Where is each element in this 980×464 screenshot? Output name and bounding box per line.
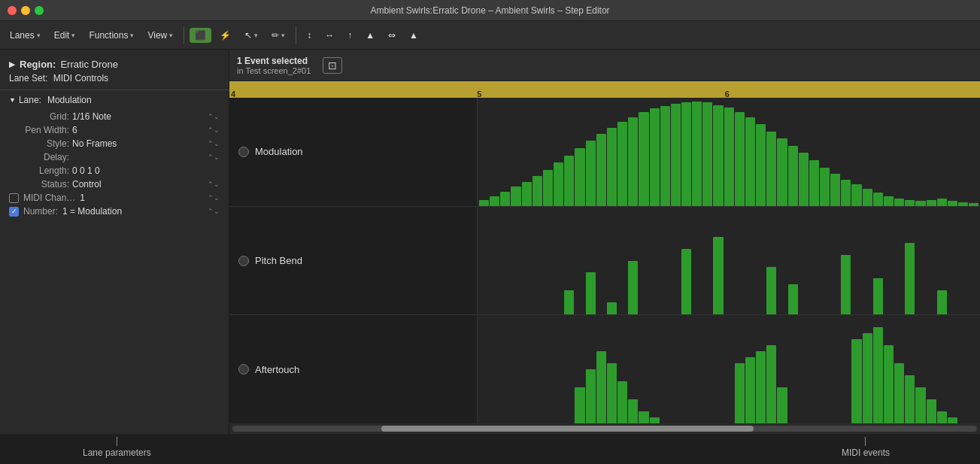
scrollbar-thumb[interactable] [381, 426, 754, 432]
grid-stepper[interactable]: ⌃⌄ [208, 113, 220, 120]
divider-1 [0, 89, 229, 90]
bar [607, 363, 617, 423]
bar [948, 201, 957, 205]
scrollbar-track[interactable] [232, 426, 977, 432]
scrollbar-area [229, 423, 980, 434]
pen-width-value: 6 [72, 125, 205, 135]
lane-label-modulation: Modulation [229, 98, 477, 207]
separator-2 [296, 27, 296, 44]
pitch-bend-radio[interactable] [238, 256, 249, 266]
number-checkbox[interactable]: ✓ [9, 207, 19, 217]
bar [777, 138, 787, 205]
bar [713, 105, 723, 206]
resize-horizontal-button[interactable]: ↔ [320, 28, 339, 43]
bar [905, 243, 915, 315]
aftertouch-label: Aftertouch [255, 364, 299, 375]
style-stepper[interactable]: ⌃⌄ [208, 140, 220, 147]
status-value: Control [72, 179, 205, 190]
nudge-up-button[interactable]: ↑ [342, 28, 357, 43]
bar [660, 106, 670, 205]
main-container: Lanes ▾ Edit ▾ Functions ▾ View ▾ ⬛ ⚡ ↖ … [0, 21, 980, 464]
bar [745, 357, 755, 423]
bar [702, 102, 712, 205]
number-stepper[interactable]: ⌃⌄ [208, 208, 220, 215]
midi-chan-checkbox[interactable] [9, 193, 19, 203]
bar [756, 124, 766, 206]
window-title: Ambient Swirls:Erratic Drone – Ambient S… [370, 5, 609, 16]
midi-chan-stepper[interactable]: ⌃⌄ [208, 194, 220, 202]
maximize-button[interactable] [35, 6, 44, 15]
triangle2-icon-btn[interactable]: ▲ [404, 28, 423, 43]
separator-1 [184, 27, 184, 44]
functions-chevron-icon: ▾ [130, 32, 134, 39]
delay-stepper[interactable]: ⌃⌄ [208, 153, 220, 161]
bar [543, 170, 553, 206]
minimize-button[interactable] [21, 6, 30, 15]
modulation-radio[interactable] [238, 147, 249, 157]
timeline-header[interactable]: 4 5 6 [229, 81, 980, 98]
status-stepper[interactable]: ⌃⌄ [208, 180, 220, 188]
bar [586, 141, 596, 205]
bar [969, 203, 978, 205]
bar [841, 180, 851, 206]
bar [948, 417, 957, 423]
bar [564, 156, 574, 206]
pencil-icon: ✏ [272, 30, 279, 41]
bar [873, 327, 883, 423]
view-menu[interactable]: View ▾ [142, 28, 178, 43]
lane-triangle-icon: ▼ [9, 96, 16, 104]
functions-menu[interactable]: Functions ▾ [83, 28, 139, 43]
lanes-area: Modulation Pitch Bend Aftertouch [229, 98, 980, 423]
envelope-button[interactable]: ⊡ [323, 57, 342, 74]
pen-width-stepper[interactable]: ⌃⌄ [208, 126, 220, 134]
paint-mode-button[interactable]: ⬛ [190, 28, 211, 43]
bar [884, 196, 894, 206]
midi-events-annotation: MIDI events [842, 437, 890, 458]
snap-icon: ⚡ [220, 30, 231, 41]
bar [607, 302, 617, 314]
snap-button[interactable]: ⚡ [214, 28, 236, 43]
lane-row: ▼ Lane: Modulation [0, 93, 229, 110]
bar [766, 132, 776, 206]
bar [554, 162, 563, 205]
aftertouch-lane [478, 315, 980, 423]
aftertouch-radio[interactable] [238, 364, 249, 375]
bar [937, 290, 947, 314]
toolbar: Lanes ▾ Edit ▾ Functions ▾ View ▾ ⬛ ⚡ ↖ … [0, 21, 980, 50]
triangle-icon-btn[interactable]: ▲ [360, 28, 380, 43]
grid-row: Grid: 1/16 Note ⌃⌄ [0, 110, 229, 123]
bar [894, 363, 904, 423]
status-row: Status: Control ⌃⌄ [0, 177, 229, 191]
bar [766, 267, 776, 315]
modulation-lane [478, 98, 980, 207]
resize-vertical-button[interactable]: ↕ [302, 28, 317, 43]
cursor-button[interactable]: ↖ ▾ [239, 28, 263, 43]
expand-icon-btn[interactable]: ⇔ [383, 28, 401, 43]
lanes-menu[interactable]: Lanes ▾ [5, 28, 46, 43]
window-controls[interactable] [8, 6, 44, 15]
number-label: Number: [23, 206, 58, 217]
bar [735, 112, 745, 206]
status-label: Status: [9, 179, 69, 190]
aftertouch-bars [478, 315, 980, 423]
bar [841, 255, 851, 315]
style-value: No Frames [72, 138, 205, 149]
resize-vertical-icon: ↕ [307, 30, 311, 41]
edit-chevron-icon: ▾ [71, 32, 75, 39]
event-bar: 1 Event selected in Test screen_2#01 ⊡ [229, 50, 980, 81]
bar [564, 290, 574, 314]
close-button[interactable] [8, 6, 17, 15]
style-label: Style: [9, 138, 69, 149]
bottom-annotations: Lane parameters MIDI events [0, 434, 980, 464]
pencil-button[interactable]: ✏ ▾ [266, 28, 290, 43]
resize-horizontal-icon: ↔ [325, 30, 334, 41]
edit-menu[interactable]: Edit ▾ [49, 28, 81, 43]
bar [927, 200, 936, 206]
grid-label: Grid: [9, 111, 69, 122]
bar [692, 102, 702, 206]
lane-label-aftertouch: Aftertouch [229, 315, 477, 423]
bar [788, 146, 798, 206]
number-row: ✓ Number: 1 = Modulation ⌃⌄ [0, 205, 229, 218]
bar [905, 200, 915, 206]
paint-icon: ⬛ [195, 30, 206, 41]
